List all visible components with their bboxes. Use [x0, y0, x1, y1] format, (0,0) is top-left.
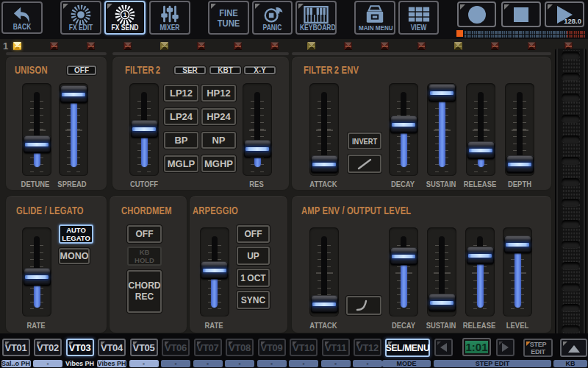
svg-text:1: 1 — [123, 11, 127, 18]
